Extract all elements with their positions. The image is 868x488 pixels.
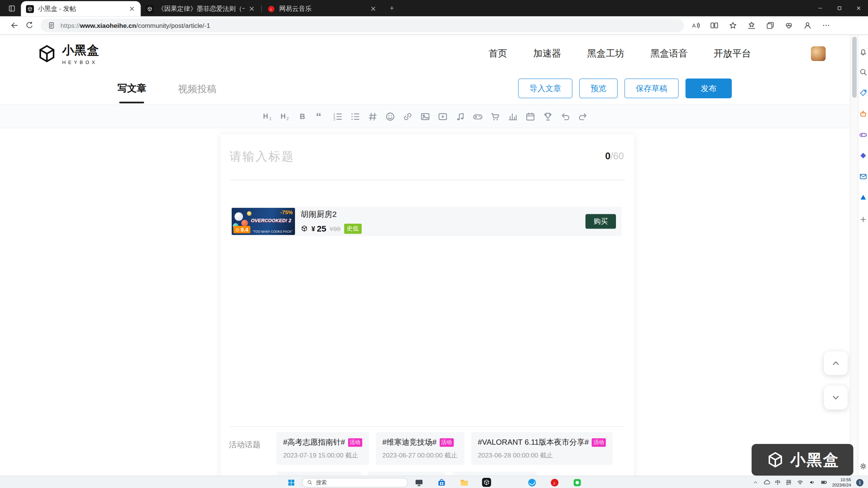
page-scrollbar[interactable] xyxy=(850,35,858,476)
divider xyxy=(229,427,625,427)
topic-card[interactable]: #高考志愿指南针#活动 2023-07-19 15:00:00 截止 xyxy=(277,432,369,465)
battery-icon[interactable] xyxy=(820,479,827,486)
preview-button[interactable]: 预览 xyxy=(579,79,618,99)
clock[interactable]: 10:55 2023/6/24 xyxy=(832,477,851,488)
link-icon[interactable] xyxy=(402,111,413,122)
insert-music-icon[interactable] xyxy=(455,111,466,122)
start-button[interactable] xyxy=(287,478,296,487)
profile-icon[interactable] xyxy=(800,18,815,33)
more-menu-icon[interactable] xyxy=(818,18,834,33)
tab-close-icon[interactable] xyxy=(128,5,136,13)
microsoft-store-icon[interactable] xyxy=(437,477,447,487)
heading1-icon[interactable]: H1 xyxy=(262,111,273,122)
browser-tab[interactable]: 《因果定律》墨菲恋爱法则（一... xyxy=(141,1,261,17)
publish-button[interactable]: 发布 xyxy=(686,79,732,99)
read-aloud-icon[interactable]: A xyxy=(688,18,703,33)
nav-item-voice[interactable]: 黑盒语音 xyxy=(651,47,688,60)
nav-item-home[interactable]: 首页 xyxy=(489,47,507,60)
buy-button[interactable]: 购买 xyxy=(585,214,616,229)
sidebar-search-icon[interactable] xyxy=(859,68,868,76)
browser-app-icon[interactable] xyxy=(527,477,537,487)
topic-card[interactable]: #VALORANT 6.11版本夜市分享#活动 2023-06-28 00:00… xyxy=(471,432,613,465)
nav-item-workshop[interactable]: 黑盒工坊 xyxy=(587,47,625,60)
title-input[interactable]: 请输入标题 xyxy=(229,149,605,165)
onedrive-icon[interactable] xyxy=(763,479,770,486)
user-avatar[interactable] xyxy=(811,46,826,61)
save-draft-button[interactable]: 保存草稿 xyxy=(625,79,679,99)
emoji-icon[interactable] xyxy=(385,111,396,122)
unordered-list-icon[interactable] xyxy=(350,111,361,122)
volume-icon[interactable] xyxy=(808,479,815,486)
search-icon xyxy=(307,480,313,485)
ime-mode[interactable]: 拼 xyxy=(786,479,792,486)
insert-chart-icon[interactable] xyxy=(507,111,518,122)
heading2-icon[interactable]: H2 xyxy=(280,111,290,122)
nav-item-accelerator[interactable]: 加速器 xyxy=(533,47,561,60)
maximize-button[interactable] xyxy=(830,0,849,17)
basket-icon[interactable] xyxy=(859,110,868,118)
browser-tab-active[interactable]: 小黑盒 - 发帖 xyxy=(21,1,141,17)
scroll-to-top-button[interactable] xyxy=(824,351,848,375)
tab-video-post[interactable]: 视频投稿 xyxy=(178,82,217,96)
topic-card[interactable]: #恐怖游戏推荐#活动 xyxy=(277,472,361,476)
tray-expand-icon[interactable] xyxy=(752,480,758,485)
ime-language[interactable]: 中 xyxy=(775,479,781,486)
insert-event-icon[interactable] xyxy=(525,111,536,122)
quote-icon[interactable]: “ xyxy=(315,111,326,122)
refresh-button[interactable] xyxy=(21,18,37,33)
notifications-icon[interactable] xyxy=(859,47,868,56)
file-explorer-icon[interactable] xyxy=(460,477,469,487)
address-bar[interactable]: https://www.xiaoheihe.cn/community/post/… xyxy=(41,19,684,32)
tab-actions-icon[interactable] xyxy=(5,2,19,15)
heybox-app-icon[interactable] xyxy=(482,477,492,487)
close-button[interactable] xyxy=(849,0,868,17)
green-app-icon[interactable] xyxy=(573,477,582,487)
ordered-list-icon[interactable]: 123 xyxy=(332,111,343,122)
heybox-logo[interactable]: 小黑盒 HEYBOX xyxy=(36,43,99,65)
task-view-icon[interactable] xyxy=(414,477,424,487)
insert-game-icon[interactable] xyxy=(472,111,483,122)
microsoft-365-icon[interactable] xyxy=(859,151,868,160)
netease-music-icon[interactable]: ♪ xyxy=(550,477,560,487)
gear-icon[interactable] xyxy=(859,462,868,471)
tab-write-article[interactable]: 写文章 xyxy=(118,82,147,95)
scrollbar-thumb[interactable] xyxy=(852,37,857,98)
insert-product-icon[interactable] xyxy=(490,111,501,122)
topic-card[interactable]: #维寒迪竞技场#活动 2023-06-27 00:00:00 截止 xyxy=(376,432,464,465)
insert-trophy-icon[interactable] xyxy=(542,111,553,122)
browser-tab[interactable]: ♪ 网易云音乐 xyxy=(262,1,382,17)
taskbar-search[interactable]: 搜索 xyxy=(302,477,408,487)
split-screen-icon[interactable] xyxy=(706,18,722,33)
page-info-icon[interactable] xyxy=(47,21,55,29)
nav-item-open-platform[interactable]: 开放平台 xyxy=(714,47,751,60)
edge-icon[interactable] xyxy=(505,477,515,487)
insert-video-icon[interactable] xyxy=(437,111,448,122)
hashtag-icon[interactable] xyxy=(367,111,378,122)
notification-count-badge[interactable]: 1 xyxy=(856,479,864,486)
sidebar-add-icon[interactable] xyxy=(859,215,868,224)
new-tab-button[interactable] xyxy=(386,2,398,14)
scroll-to-bottom-button[interactable] xyxy=(824,386,848,410)
drop-icon[interactable] xyxy=(859,193,868,202)
game-card[interactable]: -75% OVERCOOKED! 2 “TOO MANY COOKS PACK”… xyxy=(231,207,622,236)
browser-essentials-icon[interactable] xyxy=(781,18,796,33)
tab-close-icon[interactable] xyxy=(370,5,377,13)
outlook-icon[interactable] xyxy=(859,172,868,181)
topic-card[interactable]: #运动季挑战#活动 xyxy=(368,472,445,476)
tab-close-icon[interactable] xyxy=(248,5,256,13)
collections-icon[interactable] xyxy=(763,18,778,33)
wifi-icon[interactable] xyxy=(796,479,803,486)
shopping-icon[interactable] xyxy=(859,89,868,98)
favorites-icon[interactable] xyxy=(744,18,759,33)
url-domain: www.xiaoheihe.cn xyxy=(80,22,136,29)
topic-card[interactable]: #夏促游戏推荐#活动 xyxy=(452,472,536,476)
bold-icon[interactable]: B xyxy=(297,111,308,122)
import-article-button[interactable]: 导入文章 xyxy=(518,79,573,99)
games-icon[interactable] xyxy=(859,131,868,139)
redo-icon[interactable] xyxy=(577,111,588,122)
undo-icon[interactable] xyxy=(560,111,571,122)
favorite-star-icon[interactable] xyxy=(725,18,741,33)
minimize-button[interactable] xyxy=(810,0,830,17)
back-button[interactable] xyxy=(6,18,22,33)
insert-image-icon[interactable] xyxy=(420,111,431,122)
